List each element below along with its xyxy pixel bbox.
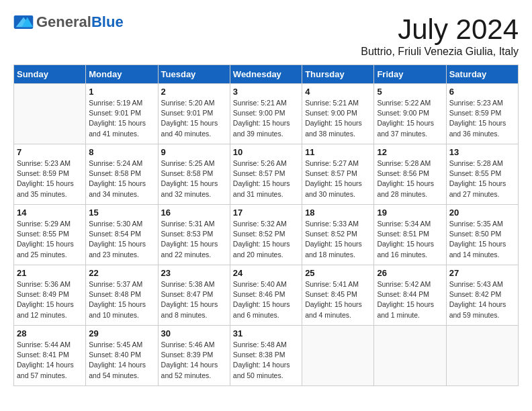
- day-number: 19: [377, 208, 443, 218]
- calendar-cell: 8Sunrise: 5:24 AM Sunset: 8:58 PM Daylig…: [86, 144, 158, 205]
- day-info: Sunrise: 5:43 AM Sunset: 8:42 PM Dayligh…: [449, 279, 515, 320]
- calendar-cell: 9Sunrise: 5:25 AM Sunset: 8:58 PM Daylig…: [158, 144, 230, 205]
- calendar-cell: 25Sunrise: 5:41 AM Sunset: 8:45 PM Dayli…: [302, 265, 374, 326]
- day-number: 23: [161, 268, 227, 278]
- day-info: Sunrise: 5:21 AM Sunset: 9:00 PM Dayligh…: [305, 98, 371, 139]
- month-title: July 2024: [361, 13, 519, 46]
- column-header-monday: Monday: [86, 65, 158, 84]
- day-info: Sunrise: 5:23 AM Sunset: 8:59 PM Dayligh…: [17, 158, 83, 199]
- day-number: 13: [449, 147, 515, 157]
- day-number: 5: [377, 87, 443, 97]
- day-number: 14: [17, 208, 83, 218]
- calendar-table: SundayMondayTuesdayWednesdayThursdayFrid…: [13, 64, 519, 386]
- calendar-cell: 19Sunrise: 5:34 AM Sunset: 8:51 PM Dayli…: [374, 205, 446, 265]
- column-header-tuesday: Tuesday: [158, 65, 230, 84]
- calendar-cell: 10Sunrise: 5:26 AM Sunset: 8:57 PM Dayli…: [230, 144, 302, 205]
- logo-text: GeneralBlue: [36, 13, 124, 31]
- calendar-cell: 1Sunrise: 5:19 AM Sunset: 9:01 PM Daylig…: [86, 84, 158, 144]
- day-info: Sunrise: 5:28 AM Sunset: 8:56 PM Dayligh…: [377, 158, 443, 199]
- calendar-cell: [374, 326, 446, 386]
- calendar-cell: 30Sunrise: 5:46 AM Sunset: 8:39 PM Dayli…: [158, 326, 230, 386]
- calendar-cell: [14, 84, 86, 144]
- day-number: 16: [161, 208, 227, 218]
- calendar-cell: 17Sunrise: 5:32 AM Sunset: 8:52 PM Dayli…: [230, 205, 302, 265]
- day-info: Sunrise: 5:46 AM Sunset: 8:39 PM Dayligh…: [161, 340, 227, 381]
- calendar-week-1: 1Sunrise: 5:19 AM Sunset: 9:01 PM Daylig…: [14, 84, 519, 144]
- calendar-cell: 20Sunrise: 5:35 AM Sunset: 8:50 PM Dayli…: [446, 205, 518, 265]
- day-info: Sunrise: 5:37 AM Sunset: 8:48 PM Dayligh…: [89, 279, 154, 320]
- day-number: 3: [233, 87, 299, 97]
- calendar-header-row: SundayMondayTuesdayWednesdayThursdayFrid…: [14, 65, 519, 84]
- day-number: 12: [377, 147, 443, 157]
- day-info: Sunrise: 5:42 AM Sunset: 8:44 PM Dayligh…: [377, 279, 443, 320]
- day-info: Sunrise: 5:22 AM Sunset: 9:00 PM Dayligh…: [377, 98, 443, 139]
- day-info: Sunrise: 5:27 AM Sunset: 8:57 PM Dayligh…: [305, 158, 371, 199]
- day-number: 15: [89, 208, 154, 218]
- calendar-cell: 5Sunrise: 5:22 AM Sunset: 9:00 PM Daylig…: [374, 84, 446, 144]
- day-number: 27: [449, 268, 515, 278]
- day-number: 6: [449, 87, 515, 97]
- day-number: 30: [161, 328, 227, 338]
- day-info: Sunrise: 5:45 AM Sunset: 8:40 PM Dayligh…: [89, 340, 154, 381]
- day-info: Sunrise: 5:24 AM Sunset: 8:58 PM Dayligh…: [89, 158, 154, 199]
- calendar-cell: 11Sunrise: 5:27 AM Sunset: 8:57 PM Dayli…: [302, 144, 374, 205]
- calendar-cell: 4Sunrise: 5:21 AM Sunset: 9:00 PM Daylig…: [302, 84, 374, 144]
- day-number: 10: [233, 147, 299, 157]
- day-info: Sunrise: 5:36 AM Sunset: 8:49 PM Dayligh…: [17, 279, 83, 320]
- day-number: 11: [305, 147, 371, 157]
- calendar-cell: 27Sunrise: 5:43 AM Sunset: 8:42 PM Dayli…: [446, 265, 518, 326]
- day-number: 8: [89, 147, 154, 157]
- day-number: 21: [17, 268, 83, 278]
- calendar-week-2: 7Sunrise: 5:23 AM Sunset: 8:59 PM Daylig…: [14, 144, 519, 205]
- calendar-cell: 22Sunrise: 5:37 AM Sunset: 8:48 PM Dayli…: [86, 265, 158, 326]
- calendar-cell: 3Sunrise: 5:21 AM Sunset: 9:00 PM Daylig…: [230, 84, 302, 144]
- calendar-cell: 24Sunrise: 5:40 AM Sunset: 8:46 PM Dayli…: [230, 265, 302, 326]
- day-number: 7: [17, 147, 83, 157]
- calendar-cell: 7Sunrise: 5:23 AM Sunset: 8:59 PM Daylig…: [14, 144, 86, 205]
- calendar-cell: [446, 326, 518, 386]
- calendar-cell: 31Sunrise: 5:48 AM Sunset: 8:38 PM Dayli…: [230, 326, 302, 386]
- column-header-friday: Friday: [374, 65, 446, 84]
- calendar-cell: 29Sunrise: 5:45 AM Sunset: 8:40 PM Dayli…: [86, 326, 158, 386]
- day-number: 22: [89, 268, 154, 278]
- day-info: Sunrise: 5:28 AM Sunset: 8:55 PM Dayligh…: [449, 158, 515, 199]
- day-info: Sunrise: 5:41 AM Sunset: 8:45 PM Dayligh…: [305, 279, 371, 320]
- day-info: Sunrise: 5:23 AM Sunset: 8:59 PM Dayligh…: [449, 98, 515, 139]
- day-number: 29: [89, 328, 154, 338]
- column-header-thursday: Thursday: [302, 65, 374, 84]
- logo: GeneralBlue: [13, 13, 124, 31]
- calendar-body: 1Sunrise: 5:19 AM Sunset: 9:01 PM Daylig…: [14, 84, 519, 386]
- column-header-sunday: Sunday: [14, 65, 86, 84]
- calendar-cell: 2Sunrise: 5:20 AM Sunset: 9:01 PM Daylig…: [158, 84, 230, 144]
- calendar-cell: 28Sunrise: 5:44 AM Sunset: 8:41 PM Dayli…: [14, 326, 86, 386]
- page-header: GeneralBlue July 2024 Buttrio, Friuli Ve…: [13, 13, 519, 58]
- calendar-week-4: 21Sunrise: 5:36 AM Sunset: 8:49 PM Dayli…: [14, 265, 519, 326]
- calendar-cell: 18Sunrise: 5:33 AM Sunset: 8:52 PM Dayli…: [302, 205, 374, 265]
- day-info: Sunrise: 5:21 AM Sunset: 9:00 PM Dayligh…: [233, 98, 299, 139]
- calendar-cell: 23Sunrise: 5:38 AM Sunset: 8:47 PM Dayli…: [158, 265, 230, 326]
- day-number: 1: [89, 87, 154, 97]
- day-number: 20: [449, 208, 515, 218]
- calendar-cell: 6Sunrise: 5:23 AM Sunset: 8:59 PM Daylig…: [446, 84, 518, 144]
- calendar-week-5: 28Sunrise: 5:44 AM Sunset: 8:41 PM Dayli…: [14, 326, 519, 386]
- calendar-cell: 26Sunrise: 5:42 AM Sunset: 8:44 PM Dayli…: [374, 265, 446, 326]
- day-number: 2: [161, 87, 227, 97]
- day-info: Sunrise: 5:31 AM Sunset: 8:53 PM Dayligh…: [161, 219, 227, 260]
- calendar-week-3: 14Sunrise: 5:29 AM Sunset: 8:55 PM Dayli…: [14, 205, 519, 265]
- day-number: 24: [233, 268, 299, 278]
- column-header-saturday: Saturday: [446, 65, 518, 84]
- day-info: Sunrise: 5:30 AM Sunset: 8:54 PM Dayligh…: [89, 219, 154, 260]
- location-title: Buttrio, Friuli Venezia Giulia, Italy: [361, 46, 519, 58]
- calendar-cell: 16Sunrise: 5:31 AM Sunset: 8:53 PM Dayli…: [158, 205, 230, 265]
- title-area: July 2024 Buttrio, Friuli Venezia Giulia…: [361, 13, 519, 58]
- day-info: Sunrise: 5:33 AM Sunset: 8:52 PM Dayligh…: [305, 219, 371, 260]
- day-info: Sunrise: 5:29 AM Sunset: 8:55 PM Dayligh…: [17, 219, 83, 260]
- day-info: Sunrise: 5:35 AM Sunset: 8:50 PM Dayligh…: [449, 219, 515, 260]
- day-number: 9: [161, 147, 227, 157]
- day-info: Sunrise: 5:25 AM Sunset: 8:58 PM Dayligh…: [161, 158, 227, 199]
- day-info: Sunrise: 5:20 AM Sunset: 9:01 PM Dayligh…: [161, 98, 227, 139]
- day-info: Sunrise: 5:38 AM Sunset: 8:47 PM Dayligh…: [161, 279, 227, 320]
- calendar-cell: 13Sunrise: 5:28 AM Sunset: 8:55 PM Dayli…: [446, 144, 518, 205]
- day-info: Sunrise: 5:44 AM Sunset: 8:41 PM Dayligh…: [17, 340, 83, 381]
- day-info: Sunrise: 5:48 AM Sunset: 8:38 PM Dayligh…: [233, 340, 299, 381]
